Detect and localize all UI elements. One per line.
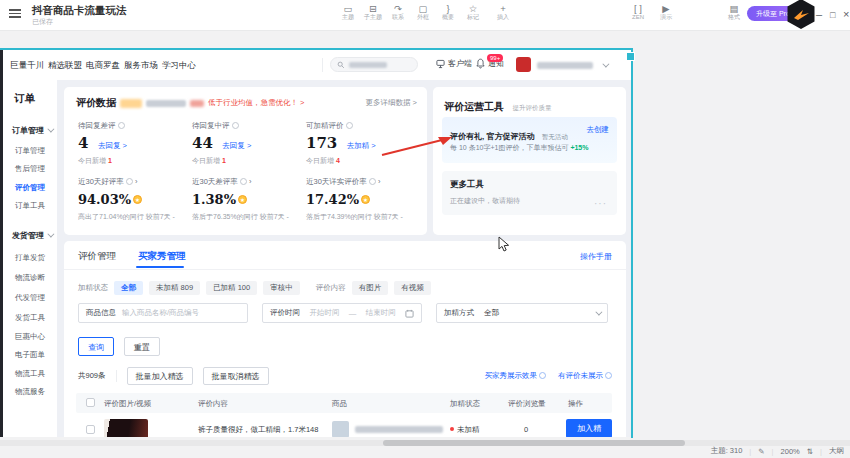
search-input[interactable]	[330, 57, 418, 72]
promo-uplift: +15%	[570, 144, 588, 151]
mouse-cursor	[498, 236, 510, 252]
sidebar-item-review-mgmt[interactable]: 评价管理	[15, 183, 45, 193]
unshown-review-link[interactable]: 有评价未展示	[558, 371, 612, 381]
more-tools-card: 更多工具 正在建设中，敬请期待 ···	[442, 171, 617, 215]
sidebar-item-logistics-service[interactable]: 物流服务	[15, 387, 45, 397]
present-button[interactable]: ▶ 演示	[654, 3, 678, 21]
chip-in-review[interactable]: 审核中	[263, 281, 300, 295]
sidebar-group-order-mgmt[interactable]: 订单管理	[12, 125, 52, 136]
shop-avatar[interactable]	[516, 57, 531, 72]
insert-button[interactable]: + 插入	[489, 3, 517, 21]
chip-featured[interactable]: 已加精 100	[206, 281, 257, 295]
zoom-stepper-icon[interactable]: ⇅	[807, 447, 813, 456]
sidebar-item-logistics-diag[interactable]: 物流诊断	[15, 273, 45, 283]
client-icon	[436, 59, 445, 69]
product-search-placeholder: 输入商品名称/商品编号	[122, 308, 199, 318]
sidebar-item-order-mgmt[interactable]: 订单管理	[15, 146, 45, 156]
nav-luopan[interactable]: 电商罗盘	[86, 60, 120, 72]
close-button[interactable]: ×	[843, 7, 849, 21]
row-checkbox[interactable]	[86, 425, 95, 434]
group-chevron-icon	[47, 231, 54, 238]
add-to-featured-button[interactable]: 加入精选	[566, 419, 612, 437]
stat-value: 173	[306, 134, 337, 152]
selection-border-right	[631, 48, 633, 438]
info-icon	[605, 372, 612, 379]
batch-remove-featured-button[interactable]: 批量取消精选	[203, 367, 269, 385]
review-time-range-picker[interactable]: 评价时间 开始时间 — 结束时间	[262, 303, 422, 323]
sidebar-item-aftersale[interactable]: 售后管理	[15, 164, 45, 174]
summary-button[interactable]: } 概要	[436, 3, 460, 21]
client-download-button[interactable]: 客户端	[436, 58, 472, 69]
subtopic-button[interactable]: ⊟ 子主题	[361, 3, 385, 21]
format-button[interactable]: ▤ 格式	[722, 3, 746, 21]
zen-mode-button[interactable]: [ ] ZEN	[626, 3, 650, 21]
product-search-input[interactable]: 商品信息 输入商品名称/商品编号	[78, 303, 248, 323]
nav-lianmeng[interactable]: 精选联盟	[48, 60, 82, 72]
topic-button[interactable]: ▭ 主题	[336, 3, 360, 21]
sidebar-item-dropship[interactable]: 代发管理	[15, 293, 45, 303]
nav-xuexizhongxin[interactable]: 学习中心	[162, 60, 196, 72]
manual-link[interactable]: 操作手册	[580, 251, 612, 262]
promo-title: 评价有礼, 官方促评活动	[450, 132, 534, 141]
redacted-metric-text	[146, 100, 186, 107]
tab-buyer-show[interactable]: 买家秀管理	[138, 250, 186, 263]
selection-resize-handle[interactable]	[626, 52, 635, 61]
manage-card: 评价管理 买家秀管理 操作手册 加精状态 全部 未加精 809 已加精 100 …	[64, 241, 626, 437]
create-activity-link[interactable]: 去创建	[587, 125, 610, 135]
format-icon: ▤	[722, 3, 746, 14]
industry-alert-text[interactable]: 低于行业均值，急需优化！ >	[208, 98, 304, 108]
pencil-icon[interactable]: ✎	[758, 447, 764, 456]
horizontal-scrollbar-thumb[interactable]	[383, 440, 685, 446]
hamburger-menu-icon[interactable]	[9, 9, 21, 19]
shop-chevron-down-icon[interactable]	[602, 61, 609, 68]
minimize-button[interactable]: –	[816, 7, 822, 21]
review-media-thumbnail[interactable]	[104, 419, 148, 437]
select-all-checkbox[interactable]	[86, 398, 95, 407]
relationship-button[interactable]: ↷ 联系	[386, 3, 410, 21]
boundary-button[interactable]: ▢ 外框	[411, 3, 435, 21]
sidebar-item-order-tools[interactable]: 订单工具	[15, 201, 45, 211]
feature-mode-select[interactable]: 加精方式 全部	[436, 303, 608, 323]
bell-icon	[476, 58, 485, 69]
chip-not-featured[interactable]: 未加精 809	[149, 281, 200, 295]
ellipsis-icon: ···	[594, 198, 607, 209]
query-button[interactable]: 查询	[78, 337, 114, 356]
sidebar-item-juhui-center[interactable]: 巨惠中心	[15, 332, 45, 342]
redacted-shop-name	[537, 62, 593, 69]
info-icon	[346, 122, 353, 129]
chip-has-image[interactable]: 有图片	[352, 281, 389, 295]
tab-review-mgmt[interactable]: 评价管理	[78, 250, 116, 263]
chip-all[interactable]: 全部	[114, 281, 143, 295]
sidebar-item-print-ship[interactable]: 打单发货	[15, 253, 45, 263]
more-tools-title: 更多工具	[450, 179, 484, 191]
reset-button[interactable]: 重置	[124, 337, 160, 356]
info-icon	[232, 122, 239, 129]
more-data-link[interactable]: 更多详细数据 >	[366, 98, 417, 108]
nav-fuwushichang[interactable]: 服务市场	[124, 60, 158, 72]
go-reply-link[interactable]: 去回复 >	[222, 141, 251, 150]
go-reply-link[interactable]: 去回复 >	[98, 141, 127, 150]
batch-add-featured-button[interactable]: 批量加入精选	[127, 367, 193, 385]
summary-icon: }	[436, 3, 460, 14]
info-icon	[126, 178, 133, 185]
maximize-button[interactable]: □	[830, 8, 835, 22]
sidebar-item-ewaybill[interactable]: 电子面单	[15, 350, 45, 360]
group-chevron-icon	[47, 126, 54, 133]
left-dark-strip	[0, 50, 3, 437]
outline-view-button[interactable]: 大纲	[829, 446, 844, 456]
sidebar-item-ship-tools[interactable]: 发货工具	[15, 313, 45, 323]
chip-has-video[interactable]: 有视频	[394, 281, 431, 295]
nav-qianchuan[interactable]: 巨量千川	[10, 60, 44, 72]
marker-button[interactable]: ☆ 标记	[461, 3, 485, 21]
sidebar-group-shipping[interactable]: 发货管理	[12, 230, 52, 241]
zoom-level[interactable]: 200%	[781, 447, 800, 456]
redacted-alert-prefix	[190, 100, 204, 107]
medal-icon: ★	[238, 195, 247, 204]
nav-divider	[322, 58, 323, 72]
go-feature-link[interactable]: 去加精 >	[347, 141, 376, 150]
buyer-show-effect-link[interactable]: 买家秀展示效果	[485, 371, 547, 381]
account-avatar[interactable]	[786, 0, 816, 29]
sidebar-item-logistics-tools[interactable]: 物流工具	[15, 369, 45, 379]
review-content-label: 评价内容	[316, 283, 346, 293]
product-thumbnail[interactable]	[332, 421, 349, 437]
